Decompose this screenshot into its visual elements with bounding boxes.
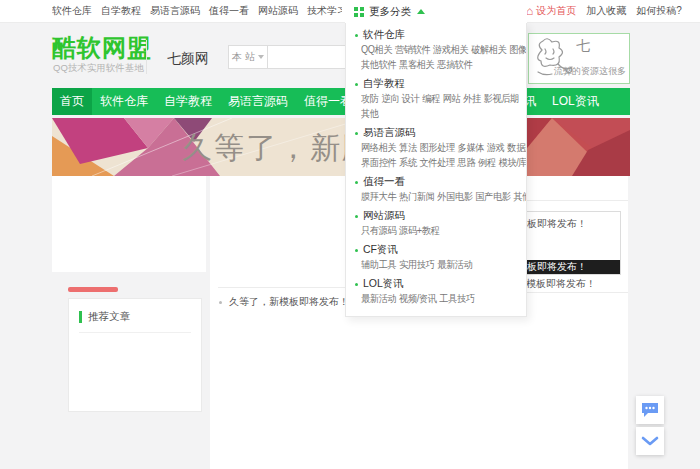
dropdown-link[interactable]: 攻防 bbox=[361, 91, 379, 106]
dropdown-link[interactable]: 文件处理 bbox=[420, 155, 455, 170]
dropdown-link[interactable]: 热门新闻 bbox=[399, 189, 434, 204]
dropdown-link[interactable]: 数据库 bbox=[507, 140, 527, 155]
dropdown-section: 网站源码只有源码源码+教程 bbox=[346, 209, 526, 238]
dropdown-link[interactable]: 实用技巧 bbox=[399, 257, 434, 272]
dropdown-section: 自学教程攻防逆向设计编程网站外挂影视后期其他 bbox=[346, 77, 526, 121]
bullet-icon bbox=[355, 215, 358, 218]
dropdown-link[interactable]: 黑客相关 bbox=[399, 57, 434, 72]
dropdown-link[interactable]: 最新活动 bbox=[437, 257, 472, 272]
recommended-title-row: 推荐文章 bbox=[79, 310, 191, 324]
dropdown-link[interactable]: 破解相关 bbox=[471, 42, 506, 57]
add-favorite-link[interactable]: 加入收藏 bbox=[586, 4, 626, 18]
dropdown-link[interactable]: 国产电影 bbox=[475, 189, 510, 204]
logo[interactable]: 酷软网盟 bbox=[52, 32, 152, 64]
dropdown-link[interactable]: 思路 bbox=[458, 155, 476, 170]
caret-up-icon bbox=[417, 9, 425, 14]
nav-item[interactable]: 首页 bbox=[52, 88, 92, 115]
search-scope-select[interactable]: 本 站 bbox=[228, 45, 268, 69]
dropdown-link[interactable]: 最新活动 bbox=[361, 291, 396, 306]
dropdown-link[interactable]: 游戏相关 bbox=[433, 42, 468, 57]
dropdown-section: 软件仓库QQ相关营销软件游戏相关破解相关图像处理其他软件黑客相关恶搞软件 bbox=[346, 28, 526, 72]
content-panel-left bbox=[52, 176, 206, 272]
dropdown-link[interactable]: 工具技巧 bbox=[439, 291, 474, 306]
dropdown-section-title: 自学教程 bbox=[355, 77, 526, 91]
nav-item[interactable]: LOL资讯 bbox=[544, 88, 607, 115]
topbar-link[interactable]: 值得一看 bbox=[209, 0, 249, 22]
dropdown-section-label: 易语言源码 bbox=[363, 126, 416, 140]
dropdown-link[interactable]: 编程 bbox=[422, 91, 440, 106]
dropdown-link[interactable]: 膜拜大牛 bbox=[361, 189, 396, 204]
dropdown-link-row: 辅助工具实用技巧最新活动 bbox=[361, 257, 513, 272]
topbar-link[interactable]: 易语言源码 bbox=[150, 0, 200, 22]
dropdown-link[interactable]: 算法 bbox=[399, 140, 417, 155]
scroll-down-button[interactable] bbox=[636, 427, 664, 455]
dropdown-section: 值得一看膜拜大牛热门新闻外国电影国产电影其他影片 bbox=[346, 175, 526, 204]
bullet-icon bbox=[355, 132, 358, 135]
dropdown-section-label: 自学教程 bbox=[363, 77, 405, 91]
more-categories-button[interactable]: 更多分类 bbox=[345, 0, 527, 23]
dropdown-link[interactable]: 只有源码 bbox=[361, 223, 396, 238]
dropdown-link[interactable]: 视频/资讯 bbox=[399, 291, 437, 306]
nav-item[interactable]: 自学教程 bbox=[156, 88, 220, 115]
how-to-submit-link[interactable]: 如何投稿? bbox=[636, 4, 682, 18]
dropdown-section-label: 值得一看 bbox=[363, 175, 405, 189]
search-scope-label: 本 站 bbox=[232, 50, 255, 64]
set-home-link[interactable]: 设为首页 bbox=[536, 4, 576, 18]
topbar-link[interactable]: 技术学习 bbox=[307, 0, 342, 22]
categories-dropdown-menu: 软件仓库QQ相关营销软件游戏相关破解相关图像处理其他软件黑客相关恶搞软件自学教程… bbox=[345, 22, 527, 317]
home-icon: ⌂ bbox=[526, 0, 533, 22]
dropdown-link-row: 膜拜大牛热门新闻外国电影国产电影其他影片 bbox=[361, 189, 513, 204]
dropdown-link[interactable]: 界面控件 bbox=[361, 155, 396, 170]
grid-icon bbox=[354, 7, 364, 17]
logo-subtitle: QQ技术实用软件基地 bbox=[53, 62, 144, 75]
article-list-item[interactable]: 久等了，新模板即将发布！ bbox=[219, 295, 349, 309]
promo-text: 流弊的资源这很多 bbox=[554, 65, 626, 78]
chat-button[interactable] bbox=[636, 396, 664, 424]
dropdown-link[interactable]: 影视后期 bbox=[484, 91, 519, 106]
dropdown-link-row: 其他 bbox=[361, 106, 513, 121]
dropdown-link[interactable]: 网络相关 bbox=[361, 140, 396, 155]
promo-banner[interactable]: 七 流弊的资源这很多 bbox=[528, 33, 630, 84]
dropdown-link[interactable]: 系统 bbox=[399, 155, 417, 170]
dropdown-link[interactable]: 辅助工具 bbox=[361, 257, 396, 272]
dropdown-section-title: LOL资讯 bbox=[355, 277, 526, 291]
divider bbox=[527, 292, 628, 293]
dropdown-link[interactable]: 模块/库 bbox=[498, 155, 527, 170]
dropdown-link[interactable]: 例程 bbox=[478, 155, 496, 170]
dropdown-section-title: CF资讯 bbox=[355, 243, 526, 257]
chevron-down-icon bbox=[641, 436, 659, 446]
dropdown-link[interactable]: 其他 bbox=[361, 106, 379, 121]
dropdown-link[interactable]: 其他影片 bbox=[513, 189, 527, 204]
chat-icon bbox=[641, 402, 659, 418]
dropdown-link[interactable]: 外国电影 bbox=[437, 189, 472, 204]
dropdown-link[interactable]: 恶搞软件 bbox=[437, 57, 472, 72]
dropdown-link-row: QQ相关营销软件游戏相关破解相关图像处理 bbox=[361, 42, 513, 57]
nav-item[interactable]: 软件仓库 bbox=[92, 88, 156, 115]
dropdown-link[interactable]: 游戏 bbox=[487, 140, 505, 155]
dropdown-link[interactable]: 逆向 bbox=[381, 91, 399, 106]
dropdown-link[interactable]: 源码+教程 bbox=[399, 223, 439, 238]
dropdown-section-title: 软件仓库 bbox=[355, 28, 526, 42]
bullet-icon bbox=[355, 181, 358, 184]
dropdown-link[interactable]: 图形处理 bbox=[420, 140, 455, 155]
dropdown-link[interactable]: 图像处理 bbox=[509, 42, 527, 57]
dropdown-link[interactable]: 其他软件 bbox=[361, 57, 396, 72]
dropdown-link[interactable]: 营销软件 bbox=[395, 42, 430, 57]
topbar-link[interactable]: 软件仓库 bbox=[52, 0, 92, 22]
dropdown-link[interactable]: 设计 bbox=[402, 91, 420, 106]
recommended-title: 推荐文章 bbox=[88, 310, 130, 324]
topbar-link[interactable]: 网站源码 bbox=[258, 0, 298, 22]
nav-item[interactable]: 易语言源码 bbox=[220, 88, 296, 115]
divider bbox=[79, 332, 191, 333]
topbar-links: 软件仓库自学教程易语言源码值得一看网站源码技术学习CF资讯LOL资讯 bbox=[52, 0, 342, 22]
dropdown-link[interactable]: 多媒体 bbox=[458, 140, 485, 155]
bullet-icon bbox=[355, 283, 358, 286]
dropdown-section-title: 值得一看 bbox=[355, 175, 526, 189]
topbar-link[interactable]: 自学教程 bbox=[101, 0, 141, 22]
dropdown-link-row: 最新活动视频/资讯工具技巧 bbox=[361, 291, 513, 306]
hero-banner[interactable]: 久等了，新版 bbox=[52, 118, 630, 176]
dropdown-link[interactable]: 网站 bbox=[443, 91, 461, 106]
dropdown-link[interactable]: QQ相关 bbox=[361, 42, 392, 57]
divider bbox=[146, 40, 147, 74]
dropdown-link[interactable]: 外挂 bbox=[463, 91, 481, 106]
